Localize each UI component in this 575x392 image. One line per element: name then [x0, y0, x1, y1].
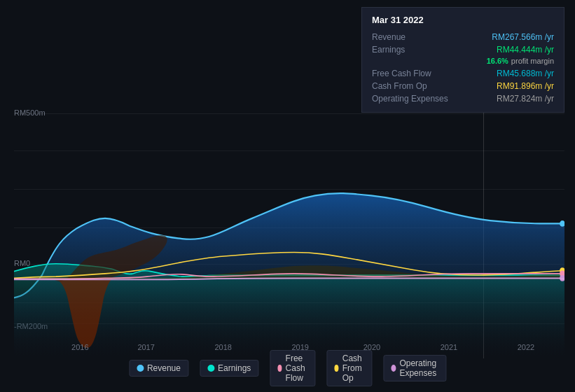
legend-opex[interactable]: Operating Expenses — [383, 355, 446, 382]
legend-revenue-label: Revenue — [147, 363, 181, 373]
legend-cashop[interactable]: Cash From Op — [326, 350, 372, 386]
profit-margin-text: profit margin — [511, 57, 554, 65]
tooltip-opex-row: Operating Expenses RM27.824m /yr — [372, 92, 554, 105]
tooltip-revenue-label: Revenue — [372, 32, 456, 42]
legend-opex-label: Operating Expenses — [399, 358, 438, 378]
tooltip-earnings-label: Earnings — [372, 45, 456, 55]
tooltip-opex-label: Operating Expenses — [372, 94, 456, 104]
profit-margin-row: 16.6% profit margin — [372, 56, 554, 67]
tooltip-date: Mar 31 2022 — [372, 15, 554, 25]
legend-earnings-dot — [207, 365, 214, 372]
legend-opex-dot — [391, 365, 396, 372]
legend-cashop-label: Cash From Op — [342, 354, 365, 383]
tooltip-fcf-value: RM45.688m /yr — [497, 69, 554, 78]
profit-margin-pct: 16.6% — [487, 57, 508, 65]
chart-legend: Revenue Earnings Free Cash Flow Cash Fro… — [129, 350, 446, 386]
x-label-2016: 2016 — [71, 343, 88, 351]
tooltip-fcf-row: Free Cash Flow RM45.688m /yr — [372, 67, 554, 80]
tooltip-box: Mar 31 2022 Revenue RM267.566m /yr Earni… — [361, 7, 564, 113]
tooltip-earnings-row: Earnings RM44.444m /yr — [372, 43, 554, 56]
chart-svg — [14, 108, 564, 358]
legend-earnings-label: Earnings — [218, 363, 251, 373]
legend-fcf-label: Free Cash Flow — [286, 354, 308, 383]
tooltip-fcf-label: Free Cash Flow — [372, 69, 456, 78]
legend-fcf[interactable]: Free Cash Flow — [270, 350, 315, 386]
legend-fcf-dot — [277, 365, 282, 372]
tooltip-earnings-value: RM44.444m /yr — [497, 45, 554, 55]
legend-earnings[interactable]: Earnings — [200, 360, 258, 377]
x-label-2022: 2022 — [518, 343, 534, 351]
tooltip-revenue-value: RM267.566m /yr — [492, 32, 554, 42]
tooltip-cashop-row: Cash From Op RM91.896m /yr — [372, 80, 554, 92]
legend-cashop-dot — [334, 365, 338, 372]
legend-revenue-dot — [137, 365, 144, 372]
chart-container: Mar 31 2022 Revenue RM267.566m /yr Earni… — [0, 0, 575, 392]
tooltip-cashop-label: Cash From Op — [372, 81, 456, 91]
tooltip-opex-value: RM27.824m /yr — [497, 94, 554, 104]
legend-revenue[interactable]: Revenue — [129, 360, 188, 377]
tooltip-cashop-value: RM91.896m /yr — [497, 81, 554, 91]
tooltip-revenue-row: Revenue RM267.566m /yr — [372, 31, 554, 43]
